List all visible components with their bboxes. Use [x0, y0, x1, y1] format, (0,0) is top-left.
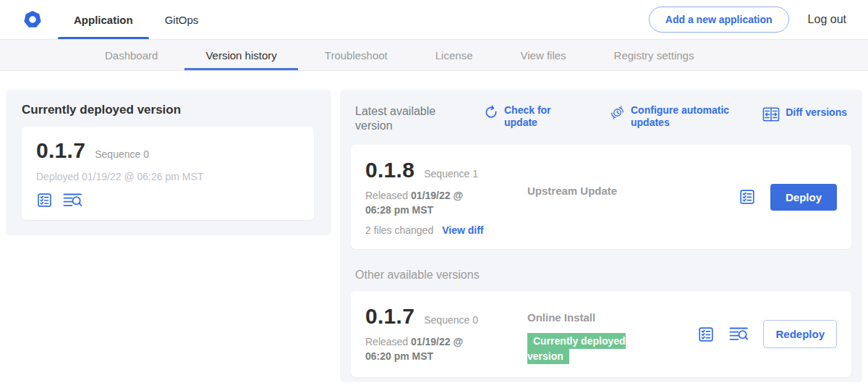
top-nav: Application GitOps — [58, 0, 214, 39]
tab-view-files[interactable]: View files — [496, 40, 590, 70]
latest-version-card: 0.1.8 Sequence 1 Released01/19/22 @ 06:2… — [351, 145, 851, 249]
tab-registry-settings[interactable]: Registry settings — [590, 40, 718, 70]
other-version-card: 0.1.7 Sequence 0 Released01/19/22 @ 06:2… — [351, 291, 851, 377]
other-sequence-label: Sequence 0 — [424, 314, 478, 326]
latest-version-number: 0.1.8 — [365, 158, 414, 182]
top-nav-gitops[interactable]: GitOps — [149, 0, 215, 39]
tab-license-label: License — [435, 49, 473, 62]
latest-sequence-label: Sequence 1 — [424, 168, 478, 180]
currently-deployed-badge: Currently deployed version — [527, 333, 626, 364]
available-versions-panel: Latest available version Check for updat… — [340, 90, 862, 382]
app-logo — [23, 0, 42, 39]
tab-dashboard-label: Dashboard — [105, 49, 158, 62]
tab-dashboard[interactable]: Dashboard — [81, 40, 182, 70]
tab-view-files-label: View files — [520, 49, 566, 62]
deployed-version-card: 0.1.7 Sequence 0 Deployed 01/19/22 @ 06:… — [22, 127, 314, 220]
tab-version-history-label: Version history — [205, 49, 276, 62]
deployed-timestamp: Deployed 01/19/22 @ 06:26 pm MST — [36, 171, 299, 182]
latest-available-title: Latest available version — [355, 104, 443, 133]
top-nav-gitops-label: GitOps — [165, 14, 199, 26]
latest-released-timestamp: Released01/19/22 @ 06:28 pm MST — [365, 189, 490, 217]
deployed-sequence-label: Sequence 0 — [95, 148, 149, 160]
diff-versions-button[interactable]: Diff versions — [762, 104, 847, 122]
top-bar: Application GitOps Add a new application… — [0, 0, 868, 40]
other-config-checklist-icon[interactable] — [697, 326, 715, 343]
latest-config-checklist-icon[interactable] — [739, 188, 756, 206]
view-logs-search-icon[interactable] — [63, 192, 82, 208]
check-for-update-button[interactable]: Check for update — [484, 104, 559, 129]
check-for-update-label: Check for update — [504, 104, 559, 129]
other-source-label: Online Install — [527, 311, 595, 324]
auto-update-clock-icon — [610, 105, 625, 120]
tab-troubleshoot[interactable]: Troubleshoot — [301, 40, 412, 70]
files-changed-label: 2 files changed — [365, 224, 433, 236]
tab-license[interactable]: License — [412, 40, 497, 70]
main-content: Currently deployed version 0.1.7 Sequenc… — [0, 71, 868, 388]
app-sub-nav: Dashboard Version history Troubleshoot L… — [0, 40, 868, 71]
logout-button[interactable]: Log out — [808, 13, 846, 26]
add-application-button[interactable]: Add a new application — [649, 7, 789, 33]
tab-registry-settings-label: Registry settings — [614, 49, 694, 62]
deployed-version-number: 0.1.7 — [36, 138, 85, 163]
available-versions-header: Latest available version Check for updat… — [355, 104, 847, 133]
other-versions-heading: Other available versions — [355, 269, 847, 282]
tab-version-history[interactable]: Version history — [182, 40, 300, 70]
top-nav-application[interactable]: Application — [58, 0, 149, 39]
configure-automatic-updates-button[interactable]: Configure automatic updates — [610, 104, 738, 129]
view-config-checklist-icon[interactable] — [36, 192, 53, 208]
redeploy-button[interactable]: Redeploy — [763, 320, 837, 348]
refresh-icon — [484, 105, 498, 119]
tab-troubleshoot-label: Troubleshoot — [325, 49, 388, 62]
top-nav-application-label: Application — [74, 14, 133, 26]
currently-deployed-title: Currently deployed version — [22, 103, 314, 117]
currently-deployed-panel: Currently deployed version 0.1.7 Sequenc… — [6, 90, 331, 235]
topbar-spacer — [214, 0, 648, 39]
heptagon-logo-icon — [23, 10, 42, 29]
other-logs-search-icon[interactable] — [729, 326, 749, 342]
latest-source-label: Upstream Update — [527, 185, 617, 197]
deploy-button[interactable]: Deploy — [770, 184, 837, 211]
view-diff-link[interactable]: View diff — [442, 224, 483, 236]
other-version-number: 0.1.7 — [365, 304, 414, 329]
diff-versions-label: Diff versions — [786, 106, 847, 119]
released-prefix: Released — [365, 336, 408, 347]
released-prefix: Released — [365, 190, 408, 201]
other-released-timestamp: Released01/19/22 @ 06:20 pm MST — [365, 335, 490, 363]
configure-automatic-updates-label: Configure automatic updates — [631, 104, 738, 129]
diff-versions-icon — [762, 107, 780, 122]
